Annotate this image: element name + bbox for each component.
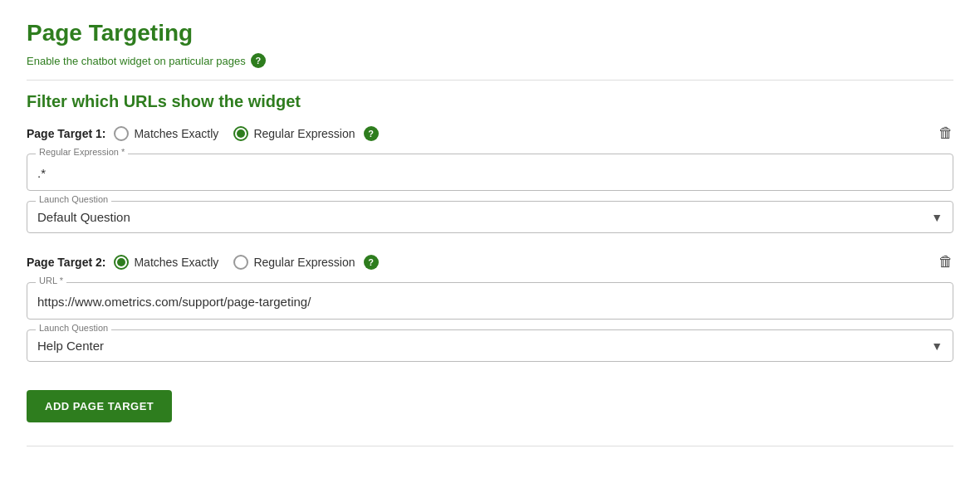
- page-target-1-launch-question-value: Default Question: [37, 210, 931, 224]
- page-target-2-chevron-icon: ▼: [931, 339, 943, 353]
- page-target-1-launch-question-group[interactable]: Launch Question Default Question ▼: [27, 201, 953, 233]
- page-target-1-matches-exactly-label: Matches Exactly: [134, 127, 218, 140]
- page-target-1-chevron-icon: ▼: [931, 211, 943, 224]
- page-targets-container: Page Target 1: Matches Exactly Regular E…: [27, 124, 953, 362]
- page-target-2-regular-expression-radio[interactable]: [233, 255, 248, 270]
- page-target-1-launch-question-label: Launch Question: [36, 194, 111, 204]
- page-target-2-matches-exactly-radio[interactable]: [114, 255, 129, 270]
- page-target-2-launch-question-group[interactable]: Launch Question Help Center ▼: [27, 329, 953, 362]
- page-target-1-regular-expression-label: Regular Expression: [253, 127, 355, 140]
- page-target-2-help-icon[interactable]: ?: [364, 255, 379, 270]
- page-target-1-regular-expression-option[interactable]: Regular Expression: [233, 126, 355, 141]
- page-target-1-help-icon[interactable]: ?: [364, 126, 379, 141]
- page-target-2-url-input[interactable]: [37, 291, 943, 310]
- page-target-2-matches-exactly-option[interactable]: Matches Exactly: [114, 255, 218, 270]
- page-target-2-header: Page Target 2: Matches Exactly Regular E…: [27, 253, 953, 271]
- page-target-1-delete-icon[interactable]: 🗑: [938, 124, 953, 142]
- add-page-target-button[interactable]: ADD PAGE TARGET: [27, 390, 172, 422]
- subtitle-text: Enable the chatbot widget on particular …: [27, 55, 246, 67]
- page-target-2-matches-exactly-radio-fill: [117, 258, 125, 266]
- page-target-1-regular-expression-radio[interactable]: [233, 126, 248, 141]
- page-target-2-url-field-group: URL *: [27, 282, 953, 320]
- subtitle-row: Enable the chatbot widget on particular …: [27, 53, 953, 68]
- page-target-1-matches-exactly-option[interactable]: Matches Exactly: [114, 126, 218, 141]
- page-target-2-radio-group: Matches Exactly Regular Expression: [114, 255, 355, 270]
- page-target-1-header: Page Target 1: Matches Exactly Regular E…: [27, 124, 953, 142]
- page-target-1-regular-expression-radio-fill: [237, 129, 245, 138]
- subtitle-help-icon[interactable]: ?: [251, 53, 266, 68]
- page-target-2-label: Page Target 2:: [27, 256, 105, 269]
- page-target-1-regex-label: Regular Expression *: [36, 147, 128, 157]
- page-target-1-matches-exactly-radio[interactable]: [114, 126, 129, 141]
- page-target-1-regex-field-group: Regular Expression *: [27, 154, 953, 191]
- page-target-2-launch-question-value: Help Center: [37, 339, 931, 353]
- title-divider: [27, 80, 953, 80]
- page-target-2-regular-expression-label: Regular Expression: [253, 256, 355, 269]
- page-target-1-block: Page Target 1: Matches Exactly Regular E…: [27, 124, 953, 233]
- page-target-2-block: Page Target 2: Matches Exactly Regular E…: [27, 253, 953, 362]
- page-target-1-regex-input[interactable]: [37, 163, 943, 182]
- page-target-1-radio-group: Matches Exactly Regular Expression: [114, 126, 355, 141]
- filter-title: Filter which URLs show the widget: [27, 92, 953, 111]
- page-target-1-label: Page Target 1:: [27, 127, 105, 140]
- page-target-2-regular-expression-option[interactable]: Regular Expression: [233, 255, 355, 270]
- page-target-2-delete-icon[interactable]: 🗑: [938, 253, 953, 271]
- bottom-divider: [27, 446, 953, 446]
- page-target-2-matches-exactly-label: Matches Exactly: [134, 256, 218, 269]
- page-title: Page Targeting: [27, 20, 953, 46]
- page-target-2-url-label: URL *: [36, 276, 66, 285]
- page-target-2-launch-question-label: Launch Question: [36, 323, 111, 333]
